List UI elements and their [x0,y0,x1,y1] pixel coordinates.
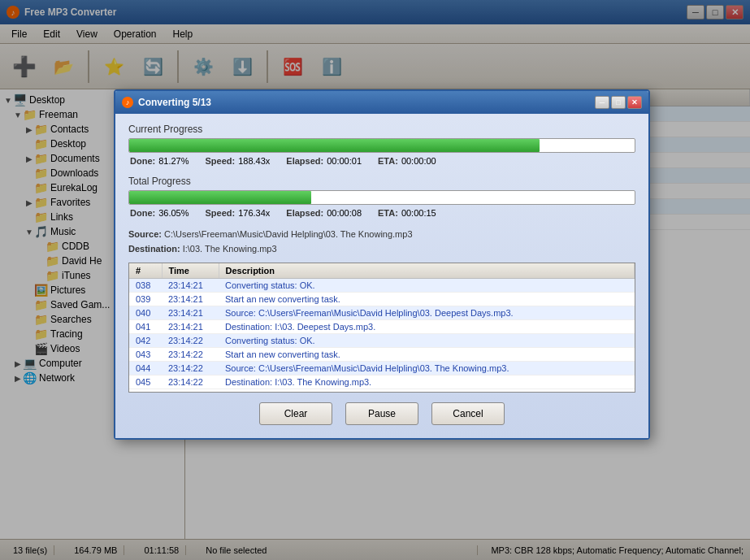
log-cell-id: 043 [129,348,162,362]
current-done-value: 81.27% [158,156,189,166]
dialog-title-buttons: ─ □ ✕ [595,96,642,109]
log-row: 039 23:14:21 Start an new converting tas… [129,293,635,306]
log-cell-desc: Destination: I:\03. The Knowing.mp3. [219,376,635,389]
total-progress-label: Total Progress [128,176,635,187]
total-done-value: 36.05% [158,208,189,218]
current-done-group: Done: 81.27% [130,156,189,166]
log-col-num: # [129,263,162,279]
log-table-header: # Time Description [129,263,635,279]
total-done-label: Done: [130,208,155,218]
current-progress-label: Current Progress [128,124,635,135]
total-progress-stats: Done: 36.05% Speed: 176.34x Elapsed: 00:… [128,208,635,218]
log-cell-desc: Start an new converting task. [219,348,635,362]
log-cell-time: 23:14:22 [162,362,219,376]
log-cell-desc: Source: C:\Users\Freeman\Music\David Hel… [219,362,635,376]
dialog-buttons: Clear Pause Cancel [128,402,635,428]
log-row: 038 23:14:21 Converting status: OK. [129,279,635,293]
total-elapsed-label: Elapsed: [286,208,323,218]
log-row: 041 23:14:21 Destination: I:\03. Deepest… [129,320,635,334]
total-progress-fill [129,191,311,204]
dialog-title-icon: ♪ [122,97,133,108]
current-eta-label: ETA: [378,156,398,166]
log-cell-desc: Destination: I:\03. Deepest Days.mp3. [219,320,635,334]
total-speed-group: Speed: 176.34x [205,208,270,218]
dialog-body: Current Progress Done: 81.27% Speed: 188… [115,114,648,438]
dialog-title-text: Converting 5/13 [138,97,595,108]
total-speed-label: Speed: [205,208,235,218]
log-row: 044 23:14:22 Source: C:\Users\Freeman\Mu… [129,362,635,376]
current-speed-value: 188.43x [238,156,270,166]
total-eta-label: ETA: [378,208,398,218]
log-table-container[interactable]: # Time Description 038 23:14:21 Converti… [128,263,635,393]
converting-dialog: ♪ Converting 5/13 ─ □ ✕ Current Progress… [114,89,650,440]
current-progress-fill [129,139,540,152]
log-cell-time: 23:14:21 [162,279,219,293]
log-cell-id: 039 [129,293,162,306]
total-elapsed-value: 00:00:08 [327,208,362,218]
current-progress-stats: Done: 81.27% Speed: 188.43x Elapsed: 00:… [128,156,635,166]
current-eta-group: ETA: 00:00:00 [378,156,436,166]
log-row: 045 23:14:22 Destination: I:\03. The Kno… [129,376,635,389]
source-dest: Source: C:\Users\Freeman\Music\David Hel… [128,228,635,256]
log-row: 042 23:14:22 Converting status: OK. [129,334,635,348]
total-eta-value: 00:00:15 [401,208,436,218]
log-cell-id: 044 [129,362,162,376]
log-body: 038 23:14:21 Converting status: OK. 039 … [129,279,635,389]
dialog-close-button[interactable]: ✕ [627,96,642,109]
log-cell-time: 23:14:21 [162,320,219,334]
log-cell-desc: Converting status: OK. [219,279,635,293]
log-table: # Time Description 038 23:14:21 Converti… [129,263,635,389]
log-cell-time: 23:14:22 [162,334,219,348]
destination-label: Destination: [128,244,180,254]
current-elapsed-group: Elapsed: 00:00:01 [286,156,362,166]
pause-button[interactable]: Pause [345,402,418,425]
modal-overlay: ♪ Converting 5/13 ─ □ ✕ Current Progress… [0,0,750,560]
clear-button[interactable]: Clear [259,402,332,425]
log-cell-desc: Start an new converting task. [219,293,635,306]
log-cell-id: 042 [129,334,162,348]
dialog-maximize-button[interactable]: □ [611,96,626,109]
source-label: Source: [128,229,162,239]
current-elapsed-label: Elapsed: [286,156,323,166]
log-cell-desc: Source: C:\Users\Freeman\Music\David Hel… [219,306,635,320]
total-progress-bar [128,190,635,205]
dialog-minimize-button[interactable]: ─ [595,96,609,109]
total-eta-group: ETA: 00:00:15 [378,208,436,218]
source-path: C:\Users\Freeman\Music\David Helpling\03… [164,229,412,239]
log-cell-id: 041 [129,320,162,334]
log-cell-id: 038 [129,279,162,293]
cancel-button[interactable]: Cancel [431,402,505,425]
total-elapsed-group: Elapsed: 00:00:08 [286,208,362,218]
current-speed-label: Speed: [205,156,235,166]
log-cell-id: 045 [129,376,162,389]
log-cell-desc: Converting status: OK. [219,334,635,348]
current-progress-bar [128,138,635,153]
log-cell-time: 23:14:21 [162,306,219,320]
current-eta-value: 00:00:00 [401,156,436,166]
current-speed-group: Speed: 188.43x [205,156,270,166]
total-speed-value: 176.34x [238,208,270,218]
log-col-time: Time [162,263,219,279]
log-cell-time: 23:14:21 [162,293,219,306]
log-col-desc: Description [219,263,635,279]
log-cell-id: 040 [129,306,162,320]
log-cell-time: 23:14:22 [162,348,219,362]
current-done-label: Done: [130,156,155,166]
log-cell-time: 23:14:22 [162,376,219,389]
log-row: 043 23:14:22 Start an new converting tas… [129,348,635,362]
dialog-title-bar: ♪ Converting 5/13 ─ □ ✕ [115,91,648,114]
destination-path: I:\03. The Knowing.mp3 [183,244,277,254]
total-done-group: Done: 36.05% [130,208,189,218]
current-elapsed-value: 00:00:01 [327,156,362,166]
log-row: 040 23:14:21 Source: C:\Users\Freeman\Mu… [129,306,635,320]
